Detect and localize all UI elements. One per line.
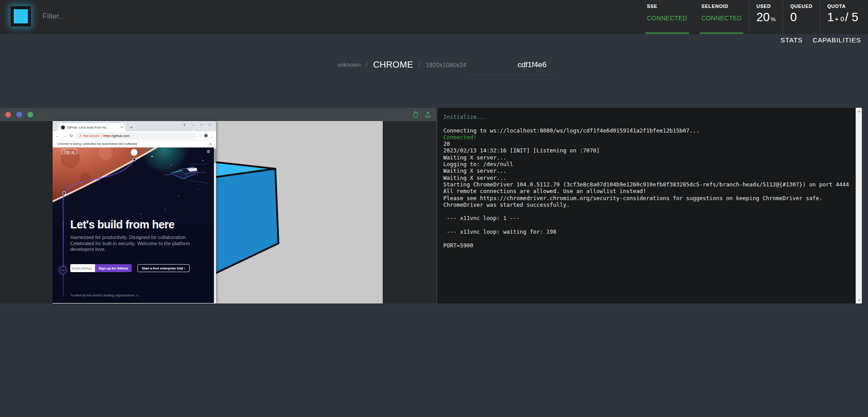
log-line: Waiting X server... (443, 174, 850, 181)
log-line: Initialize... (443, 114, 850, 120)
selenoid-logo-icon[interactable] (11, 6, 31, 27)
log-line (443, 235, 850, 242)
tab-title: GitHub: Let's build from he... (67, 125, 119, 129)
clipboard-icon[interactable] (413, 111, 419, 118)
log-line: PORT=5900 (443, 242, 850, 249)
vnc-screen[interactable]: GitHub: Let's build from he... × + ∨ – □… (53, 121, 383, 303)
remote-browser-window[interactable]: GitHub: Let's build from he... × + ∨ – □… (53, 121, 216, 303)
session-resolution: 1920x1080x24 (426, 61, 466, 68)
traffic-light-red-icon (5, 112, 11, 118)
tab-close-icon[interactable]: × (121, 125, 123, 129)
url-scheme: https (103, 134, 110, 138)
infobar-close-icon[interactable]: × (209, 142, 212, 146)
github-signup-top-button[interactable]: Sign up (61, 149, 77, 154)
browser-scrollbar[interactable] (214, 148, 216, 303)
github-favicon-icon (61, 125, 65, 129)
view-tabs: STATS CAPABILITIES (773, 36, 861, 44)
vnc-body: GitHub: Let's build from he... × + ∨ – □… (0, 121, 436, 303)
reload-icon[interactable]: ↻ (69, 133, 73, 138)
profile-avatar-icon[interactable] (204, 134, 208, 137)
log-line: ChromeDriver was started successfully. (443, 201, 850, 208)
topbar: SSE CONNECTED SELENOID CONNECTED USED 20… (0, 0, 868, 34)
vnc-window: GitHub: Let's build from he... × + ∨ – □… (0, 108, 436, 303)
forward-icon[interactable]: → (62, 133, 67, 138)
log-line: Starting ChromeDriver 104.0.5112.79 (3cf… (443, 181, 850, 188)
log-line: Logging to: /dev/null (443, 161, 850, 167)
selenoid-label: SELENOID (701, 4, 742, 9)
browser-tabstrip: GitHub: Let's build from he... × + ∨ – □… (53, 121, 216, 131)
automation-infobar: Chrome is being controlled by automated … (53, 140, 216, 148)
browser-window-controls[interactable]: ∨ – □ × (183, 123, 213, 127)
status-indicator-strip: SSE CONNECTED SELENOID CONNECTED USED 20… (640, 0, 865, 34)
github-logo-icon[interactable] (130, 148, 138, 158)
email-field[interactable] (70, 264, 95, 272)
session-quota-user: unknown (338, 61, 361, 68)
sse-status: SSE CONNECTED (640, 0, 694, 34)
log-output: Initialize... Connecting to ws://localho… (438, 108, 862, 249)
log-line: 20 (443, 140, 850, 147)
bookmark-star-icon[interactable]: ☆ (199, 134, 202, 138)
trusted-by-text: Trusted by the world's leading organizat… (70, 293, 138, 297)
toolbar-right-icons: ☆ ⋮ (199, 134, 213, 138)
enterprise-trial-button[interactable]: Start a free enterprise trial › (137, 264, 190, 272)
scroll-up-icon[interactable]: ▲ (856, 110, 862, 113)
back-icon[interactable]: ← (55, 133, 60, 138)
log-line: --- x11vnc loop: 1 --- (443, 215, 850, 221)
github-hero-graphic (53, 148, 214, 225)
tab-stats[interactable]: STATS (780, 36, 803, 44)
used-value: 20% (756, 11, 776, 24)
url-text: ://github.com (110, 134, 129, 138)
hamburger-menu-icon[interactable]: ≡ (207, 148, 210, 155)
used-stat: USED 20% (749, 0, 783, 34)
traffic-light-blue-icon (16, 112, 22, 118)
more-menu-icon[interactable]: ⋮ (210, 134, 213, 138)
github-nav: Sign up ≡ (53, 148, 216, 157)
log-scrollbar[interactable]: ▲ ▼ (856, 108, 862, 303)
github-cta-row: Sign up for GitHub Start a free enterpri… (70, 264, 190, 272)
code-icon: <> (59, 266, 67, 274)
new-tab-button[interactable]: + (130, 125, 133, 130)
log-line: Connected! (443, 134, 850, 140)
scroll-down-icon[interactable]: ▼ (856, 299, 862, 302)
queued-value: 0 (790, 11, 813, 24)
tab-capabilities[interactable]: CAPABILITIES (813, 36, 861, 44)
traffic-light-green-icon (27, 112, 33, 118)
github-page: Sign up ≡ <> Let's build from here Harne… (53, 148, 216, 303)
queued-stat: QUEUED 0 (783, 0, 820, 34)
session-id: cdf1f4e6 (518, 61, 546, 69)
quota-stat: QUOTA 1+ 0/ 5 (820, 0, 865, 34)
log-line: --- x11vnc loop: waiting for: 198 (443, 228, 850, 235)
selenoid-status: SELENOID CONNECTED (694, 0, 749, 34)
not-secure-label: Not secure (84, 134, 99, 138)
log-line: Connecting to ws://localhost:8080/ws/log… (443, 127, 850, 134)
log-line: Waiting X server... (443, 154, 850, 161)
log-line (443, 208, 850, 215)
blue-cube-graphic (214, 159, 282, 278)
not-secure-warning-icon: ⚠ (79, 134, 82, 138)
log-line: All remote connections are allowed. Use … (443, 188, 850, 194)
browser-scrollbar-thumb[interactable] (214, 149, 216, 163)
github-subtext: Harnessed for productivity. Designed for… (70, 235, 193, 253)
infobar-text: Chrome is being controlled by automated … (57, 142, 209, 146)
signup-for-github-button[interactable]: Sign up for GitHub (95, 264, 132, 272)
vnc-titlebar (0, 108, 436, 121)
upload-icon[interactable] (425, 111, 431, 118)
separator: / (419, 61, 420, 69)
quota-label: QUOTA (827, 4, 858, 9)
log-line: Please see https://chromedriver.chromium… (443, 195, 850, 201)
browser-tab[interactable]: GitHub: Let's build from he... × (58, 123, 126, 131)
filter-input[interactable] (42, 10, 228, 23)
separator: / (366, 61, 368, 69)
sse-label: SSE (647, 4, 687, 9)
selenoid-value: CONNECTED (701, 15, 742, 22)
session-log-panel: Initialize... Connecting to ws://localho… (438, 108, 862, 303)
session-row[interactable]: unknown / CHROME / 1920x1080x24 cdf1f4e6 (338, 60, 547, 70)
address-separator (101, 134, 102, 138)
address-bar[interactable]: ⚠ Not secure https ://github.com (76, 133, 196, 139)
session-browser-name: CHROME (373, 60, 413, 70)
log-line: 2023/02/13 14:32:16 [INIT] [Listening on… (443, 147, 850, 154)
log-line (443, 222, 850, 228)
log-line (443, 120, 850, 127)
purple-line-decoration (63, 222, 64, 297)
quota-value: 1+ 0/ 5 (827, 11, 858, 24)
